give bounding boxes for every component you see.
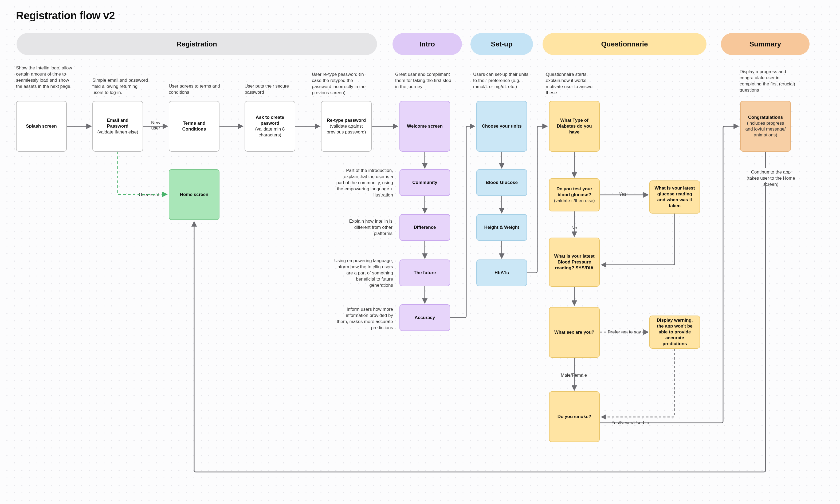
desc-future: Using empowering language, inform how th… [334, 258, 393, 289]
section-pill-summary[interactable]: Summary [721, 33, 809, 55]
edge-label-yes: Yes [619, 192, 626, 197]
section-pill-registration[interactable]: Registration [17, 33, 377, 55]
node-create-password[interactable]: Ask to create pasword (validate min 8 ch… [245, 101, 295, 151]
node-home-label: Home screen [180, 192, 209, 198]
node-welcome[interactable]: Welcome screen [399, 101, 450, 151]
node-units-label: Choose your units [482, 123, 521, 129]
desc-emailpwd: Simple email and password field allowing… [92, 77, 148, 96]
node-future-label: The future [414, 270, 436, 276]
node-q-glucose-label: What is your latest glucose reading and … [654, 185, 696, 209]
node-q-warning[interactable]: Display warning, the app won't be able t… [649, 316, 700, 349]
node-q-warn-label: Display warning, the app won't be able t… [654, 318, 696, 347]
edge-label-new-user: New user [151, 120, 160, 131]
node-units[interactable]: Choose your units [476, 101, 527, 151]
page-title: Registration flow v2 [16, 10, 115, 22]
node-q-type-label: What Type of Diabetes do you have [553, 118, 595, 135]
node-q-blood-pressure[interactable]: What is your latest Blood Pressure readi… [549, 238, 600, 287]
node-terms[interactable]: Terms and Conditions [169, 101, 219, 151]
node-glucose-label: Blood Glucose [486, 180, 518, 185]
edge-label-user-exist: User exist [139, 192, 159, 198]
desc-splash: Show the Intellin logo, allow certain am… [16, 65, 72, 90]
node-hw-label: Height & Weight [484, 224, 519, 230]
node-blood-glucose[interactable]: Blood Glucose [476, 169, 527, 196]
desc-continue: Continue to the app (takes user to the H… [740, 169, 802, 188]
desc-questionnaire: Questionnaire starts, explain how it wor… [546, 72, 599, 96]
desc-createpwd: User puts their secure password [245, 83, 301, 95]
node-community[interactable]: Community [399, 169, 450, 196]
node-terms-label: Terms and Conditions [173, 120, 215, 132]
node-accuracy-label: Accuracy [415, 315, 435, 321]
node-createpwd-label: Ask to create pasword (validate min 8 ch… [249, 114, 291, 138]
node-accuracy[interactable]: Accuracy [399, 304, 450, 331]
desc-setup: Users can set-up their units to their pr… [473, 72, 533, 90]
node-hba1c[interactable]: HbA1c [476, 259, 527, 286]
node-email-password[interactable]: Email and Password (valdate if/then else… [92, 101, 143, 151]
node-height-weight[interactable]: Height & Weight [476, 214, 527, 241]
node-q-smoke-label: Do you smoke? [557, 414, 591, 420]
node-retypepwd-label: Re-type password (validate against previ… [325, 118, 368, 135]
node-difference[interactable]: Difference [399, 214, 450, 241]
node-emailpwd-label: Email and Password (valdate if/then else… [97, 118, 139, 135]
node-retype-password[interactable]: Re-type password (validate against previ… [321, 101, 372, 151]
desc-retypepwd: User re-type password (in case the retyp… [312, 72, 368, 96]
diagram-canvas[interactable]: Registration flow v2 Registration Intro … [0, 0, 840, 504]
node-welcome-label: Welcome screen [407, 123, 443, 129]
node-hba1c-label: HbA1c [495, 270, 509, 276]
node-splash-label: Splash screen [26, 123, 57, 129]
node-q-test-label: Do you test your blood glucose? (valdate… [553, 186, 595, 204]
node-congrats[interactable]: Congratulations (includes progress and j… [740, 101, 791, 151]
node-home-screen[interactable]: Home screen [169, 169, 219, 220]
node-q-diabetes-type[interactable]: What Type of Diabetes do you have [549, 101, 600, 151]
section-pill-questionnaire[interactable]: Questionnarie [542, 33, 707, 55]
node-q-test-glucose[interactable]: Do you test your blood glucose? (valdate… [549, 178, 600, 212]
node-q-sex[interactable]: What sex are you? [549, 307, 600, 358]
desc-terms: User agrees to terms and conditions [169, 83, 225, 95]
desc-welcome: Greet user and compliment them for takin… [395, 72, 455, 90]
section-pill-setup[interactable]: Set-up [470, 33, 533, 55]
node-congrats-label: Congratulations (includes progress and j… [745, 114, 787, 138]
desc-summary: Display a progress and congratulate user… [739, 69, 801, 93]
edge-label-smoke-out: Yes/Never/Used to [611, 420, 649, 426]
desc-difference: Explain how Intellin is different from o… [339, 218, 393, 237]
edge-label-male-female: Male/Female [561, 373, 587, 378]
edge-label-prefer-not: Prefer not to say [608, 329, 641, 335]
node-q-glucose-reading[interactable]: What is your latest glucose reading and … [649, 180, 700, 214]
desc-community: Part of the introduction, explain that t… [336, 168, 393, 198]
node-q-smoke[interactable]: Do you smoke? [549, 391, 600, 442]
edge-label-no: No [571, 225, 577, 231]
node-community-label: Community [412, 180, 437, 185]
node-q-sex-label: What sex are you? [554, 329, 594, 335]
node-future[interactable]: The future [399, 259, 450, 286]
node-splash[interactable]: Splash screen [16, 101, 67, 151]
section-pill-intro[interactable]: Intro [393, 33, 462, 55]
desc-accuracy: Inform users how more information provid… [336, 306, 393, 331]
node-q-bp-label: What is your latest Blood Pressure readi… [553, 253, 595, 271]
node-difference-label: Difference [414, 224, 436, 230]
